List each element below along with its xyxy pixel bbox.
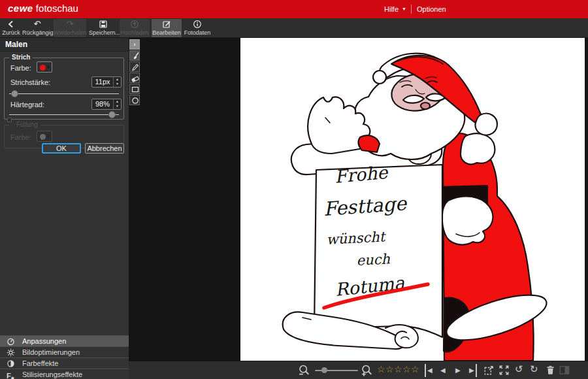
- brand-fotoschau: fotoschau: [33, 3, 78, 14]
- next-image-button[interactable]: ▶: [455, 364, 461, 377]
- delete-button[interactable]: [545, 365, 556, 378]
- rating-star-4[interactable]: ☆: [402, 364, 411, 374]
- hardness-spinner[interactable]: 98% ▲▼: [91, 99, 122, 110]
- section-farbeffekte[interactable]: Farbeffekte: [0, 357, 129, 369]
- slider-track: [9, 114, 119, 115]
- chevron-down-icon: ▼: [46, 65, 50, 69]
- stroke-width-label: Strichstärke:: [10, 78, 50, 86]
- fill-color-swatch: ▼: [37, 131, 52, 142]
- paint-panel: Malen Strich Farbe: ▼ Strichstärke: 11px…: [0, 38, 129, 379]
- menu-divider: [411, 5, 412, 14]
- app-logo: cewe fotoschau: [8, 3, 78, 14]
- chevron-down-icon: ▼: [402, 7, 406, 11]
- stroke-color-label: Farbe:: [10, 64, 31, 72]
- fullscreen-icon: [498, 365, 510, 376]
- rectangle-icon: [131, 85, 140, 94]
- rating-star-1[interactable]: ☆: [377, 364, 385, 374]
- canvas-area: Frohe Festtage wünscht euch Rotuma: [140, 38, 588, 361]
- fit-image-icon: [483, 365, 495, 376]
- help-menu[interactable]: Hilfe▼: [384, 0, 406, 18]
- hardness-label: Härtegrad:: [10, 101, 44, 108]
- stroke-color-swatch[interactable]: ▼: [37, 61, 52, 73]
- brush-icon: [131, 52, 140, 61]
- undo-button[interactable]: ↶Rückgängig: [22, 19, 52, 37]
- spinner-arrows[interactable]: ▲▼: [113, 77, 121, 87]
- fit-image-button[interactable]: [483, 365, 495, 378]
- section-anpassungen[interactable]: Anpassungen: [0, 335, 129, 346]
- first-image-button[interactable]: ◀: [425, 364, 433, 377]
- spinner-arrows[interactable]: ▲▼: [113, 99, 121, 109]
- dial-icon: [7, 337, 15, 346]
- stroke-width-slider[interactable]: [9, 90, 119, 98]
- last-image-button[interactable]: ▶: [469, 364, 477, 377]
- undo-icon: ↶: [22, 20, 52, 29]
- scroll-text-line: wünscht: [326, 229, 387, 248]
- brightness-icon: [7, 348, 15, 357]
- previous-image-button[interactable]: ◀: [440, 364, 446, 377]
- zoom-slider[interactable]: [315, 367, 358, 374]
- scroll-text-line: euch: [356, 251, 391, 269]
- rating-star-5[interactable]: ☆: [411, 364, 419, 374]
- chevron-left-icon: [1, 20, 21, 29]
- rating-star-3[interactable]: ☆: [394, 364, 402, 374]
- main-toolbar: Zurück ↶Rückgängig ↷Wiederholen Speicher…: [0, 18, 588, 38]
- redo-icon: ↷: [54, 20, 86, 29]
- zoom-in-button[interactable]: [361, 365, 373, 379]
- eraser-tool[interactable]: [129, 73, 140, 83]
- stylize-fx-icon: F✱: [7, 371, 15, 379]
- rotate-left-button[interactable]: ↺: [515, 363, 523, 376]
- hardness-slider[interactable]: [9, 111, 119, 119]
- drawing-tool-strip: ›: [129, 39, 140, 106]
- brand-cewe: cewe: [8, 3, 33, 14]
- slider-thumb[interactable]: [321, 367, 327, 373]
- compare-view-icon: [559, 365, 570, 376]
- compare-view-button: [559, 365, 570, 378]
- info-icon: [184, 20, 211, 29]
- section-stilisierungseffekte[interactable]: F✱ Stilisierungseffekte: [0, 369, 129, 379]
- edit-button[interactable]: Bearbeiten: [152, 19, 182, 37]
- zoom-out-button[interactable]: [299, 365, 310, 379]
- ellipse-icon: [131, 96, 140, 105]
- stroke-width-spinner[interactable]: 11px ▲▼: [91, 76, 122, 88]
- brush-tool[interactable]: [129, 50, 140, 61]
- magnifier-minus-icon: [299, 365, 310, 376]
- santa-illustration: Frohe Festtage wünscht euch Rotuma: [240, 38, 585, 361]
- save-button[interactable]: Speichern...: [89, 19, 118, 37]
- redo-button: ↷Wiederholen: [54, 19, 86, 37]
- photodata-button[interactable]: Fotodaten: [184, 19, 211, 37]
- slider-track: [9, 93, 119, 94]
- stroke-group-legend: Strich: [9, 54, 33, 61]
- slider-thumb[interactable]: [11, 90, 18, 97]
- pencil-tool[interactable]: [129, 61, 140, 72]
- fill-color-label: Farbe:: [10, 133, 31, 141]
- eraser-icon: [131, 74, 140, 83]
- section-bildoptimierungen[interactable]: Bildoptimierungen: [0, 346, 129, 357]
- edit-icon: [152, 20, 182, 29]
- fill-checkbox: [7, 118, 12, 122]
- upload-button: Hochladen: [120, 19, 150, 37]
- color-half-circle-icon: [7, 359, 15, 368]
- panel-title: Malen: [0, 38, 129, 52]
- photo-canvas[interactable]: Frohe Festtage wünscht euch Rotuma: [240, 38, 585, 361]
- title-bar: cewe fotoschau Hilfe▼ Optionen: [0, 0, 588, 18]
- rectangle-tool[interactable]: [129, 84, 140, 94]
- ellipse-tool[interactable]: [129, 95, 140, 105]
- rotate-right-button[interactable]: ↻: [530, 363, 538, 376]
- collapse-panel-button[interactable]: ›: [129, 39, 140, 50]
- status-bar: ☆ ☆ ☆ ☆ ☆ ◀ ◀ ▶ ▶ ↺ ↻: [129, 361, 588, 379]
- upload-icon: [120, 20, 150, 29]
- trash-icon: [545, 365, 556, 376]
- fill-group-legend: Füllung: [9, 121, 41, 128]
- cancel-button[interactable]: Abbrechen: [85, 143, 124, 154]
- options-menu[interactable]: Optionen: [417, 0, 446, 18]
- back-button[interactable]: Zurück: [1, 19, 21, 37]
- color-dot: [40, 134, 46, 140]
- fullscreen-button[interactable]: [498, 365, 510, 378]
- slider-thumb[interactable]: [108, 111, 116, 118]
- chevron-down-icon: ▼: [46, 135, 50, 139]
- pencil-icon: [131, 63, 140, 72]
- magnifier-plus-icon: [361, 365, 373, 376]
- ok-button[interactable]: OK: [42, 143, 81, 154]
- floppy-disk-icon: [89, 20, 118, 29]
- rating-star-2[interactable]: ☆: [385, 364, 394, 374]
